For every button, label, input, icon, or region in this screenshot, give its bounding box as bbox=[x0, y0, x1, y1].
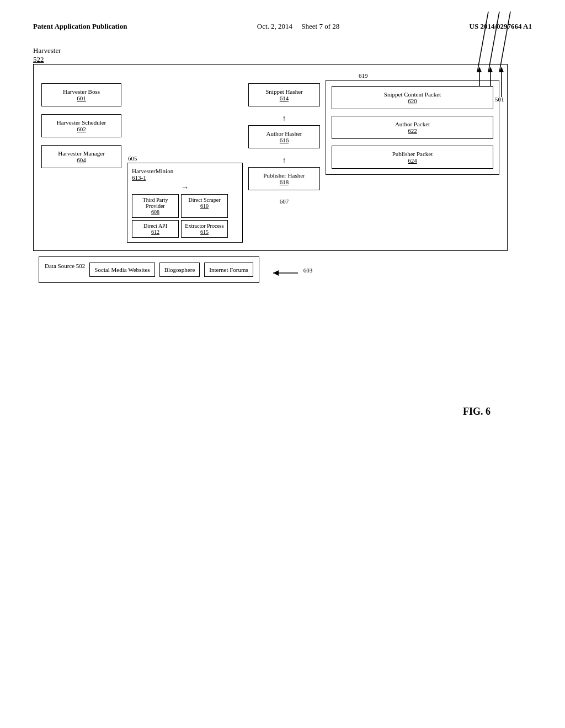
harvester-scheduler-number: 602 bbox=[45, 126, 118, 132]
harvester-manager-box: Harvester Manager 604 bbox=[41, 145, 121, 168]
hasher-arrow-1: ↑ bbox=[248, 114, 320, 123]
snippet-hasher-number: 614 bbox=[252, 95, 316, 101]
minion-number: 613-1 bbox=[132, 174, 146, 181]
publisher-hasher-number: 618 bbox=[252, 179, 316, 185]
datasource-blogosphere: Blogosphere bbox=[159, 263, 200, 277]
harvester-scheduler-box: Harvester Scheduler 602 bbox=[41, 114, 121, 137]
datasource-social-media: Social Media Websites bbox=[89, 263, 154, 277]
minion-section: 605 HarvesterMinion 613-1 → Thi bbox=[127, 155, 243, 243]
main-inner-layout: Harvester Boss 601 Harvester Scheduler 6… bbox=[41, 72, 499, 243]
datasource-area: Data Source 502 Social Media Websites Bl… bbox=[33, 256, 532, 283]
ref-603-arrow bbox=[270, 262, 303, 279]
provider-612-number: 612 bbox=[151, 229, 159, 235]
page: Patent Application Publication Oct. 2, 2… bbox=[0, 0, 565, 728]
svg-line-9 bbox=[477, 12, 488, 72]
minion-title: HarvesterMinion 613-1 bbox=[132, 168, 238, 181]
harvester-scheduler-label: Harvester Scheduler bbox=[57, 119, 106, 126]
header-left: Patent Application Publication bbox=[33, 22, 127, 31]
svg-line-11 bbox=[499, 12, 510, 72]
ref-603-section: 603 bbox=[270, 256, 313, 279]
harvester-manager-label: Harvester Manager bbox=[58, 150, 105, 157]
harvester-label: Harvester 522 bbox=[33, 46, 61, 64]
provider-third-party: Third Party Provider 608 bbox=[132, 194, 179, 218]
minion-box: HarvesterMinion 613-1 → Third Party Prov… bbox=[127, 163, 243, 243]
publisher-packet-number: 624 bbox=[335, 157, 489, 164]
header-center: Oct. 2, 2014 Sheet 7 of 28 bbox=[257, 22, 340, 31]
provider-extractor: Extractor Process 615 bbox=[181, 220, 228, 238]
ref-603-label: 603 bbox=[303, 267, 313, 274]
provider-608-number: 608 bbox=[151, 209, 159, 215]
publisher-packet-box: Publisher Packet 624 bbox=[332, 146, 493, 169]
packets-section: 619 Snippet Content Packet 620 Author Pa… bbox=[326, 72, 499, 175]
harvester-outer-box: Harvester 522 Harvester Boss 601 bbox=[33, 64, 532, 283]
provider-direct-scraper: Direct Scraper 610 bbox=[181, 194, 228, 218]
packet-arrows bbox=[472, 6, 516, 78]
header-date: Oct. 2, 2014 bbox=[257, 22, 292, 30]
fig-label: FIG. 6 bbox=[463, 406, 491, 417]
hasher-section: Snippet Hasher 614 ↑ Author Hasher 616 bbox=[248, 83, 320, 190]
provider-615-number: 615 bbox=[200, 229, 209, 235]
hasher-arrow-2: ↑ bbox=[248, 156, 320, 165]
left-column: Harvester Boss 601 Harvester Scheduler 6… bbox=[41, 72, 121, 168]
minion-arrow: → bbox=[132, 183, 238, 192]
snippet-hasher-box: Snippet Hasher 614 bbox=[248, 83, 320, 106]
snippet-packet-number: 620 bbox=[335, 98, 489, 104]
harvester-boss-label: Harvester Boss bbox=[63, 88, 100, 95]
author-packet-number: 622 bbox=[335, 127, 489, 134]
snippet-packet-box: Snippet Content Packet 620 bbox=[332, 86, 493, 109]
provider-610-number: 610 bbox=[200, 203, 209, 209]
ref-607-label: 607 bbox=[248, 198, 320, 205]
harvester-boss-box: Harvester Boss 601 bbox=[41, 83, 121, 106]
harvester-box-border: Harvester Boss 601 Harvester Scheduler 6… bbox=[33, 64, 508, 251]
header-sheet: Sheet 7 of 28 bbox=[301, 22, 339, 30]
diagram-container: 505 503 501 Harvester 522 Harveste bbox=[33, 64, 532, 283]
harvester-number: 522 bbox=[33, 55, 44, 63]
svg-marker-13 bbox=[273, 270, 279, 276]
harvester-boss-number: 601 bbox=[45, 95, 118, 101]
datasource-box: Data Source 502 Social Media Websites Bl… bbox=[39, 256, 259, 283]
packets-border-box: Snippet Content Packet 620 Author Packet… bbox=[326, 80, 499, 175]
provider-direct-api: Direct API 612 bbox=[132, 220, 179, 238]
svg-line-10 bbox=[488, 12, 499, 72]
ref-605: 605 bbox=[128, 155, 243, 162]
author-packet-box: Author Packet 622 bbox=[332, 116, 493, 139]
harvester-manager-number: 604 bbox=[45, 157, 118, 163]
publisher-hasher-box: Publisher Hasher 618 bbox=[248, 167, 320, 190]
author-hasher-number: 616 bbox=[252, 137, 316, 143]
hasher-column: Snippet Hasher 614 ↑ Author Hasher 616 bbox=[248, 72, 320, 205]
datasource-label: Data Source 502 bbox=[45, 263, 85, 277]
datasource-internet-forums: Internet Forums bbox=[204, 263, 253, 277]
page-header: Patent Application Publication Oct. 2, 2… bbox=[33, 22, 532, 31]
providers-row: Third Party Provider 608 Direct Scraper … bbox=[132, 194, 238, 238]
author-hasher-box: Author Hasher 616 bbox=[248, 125, 320, 148]
